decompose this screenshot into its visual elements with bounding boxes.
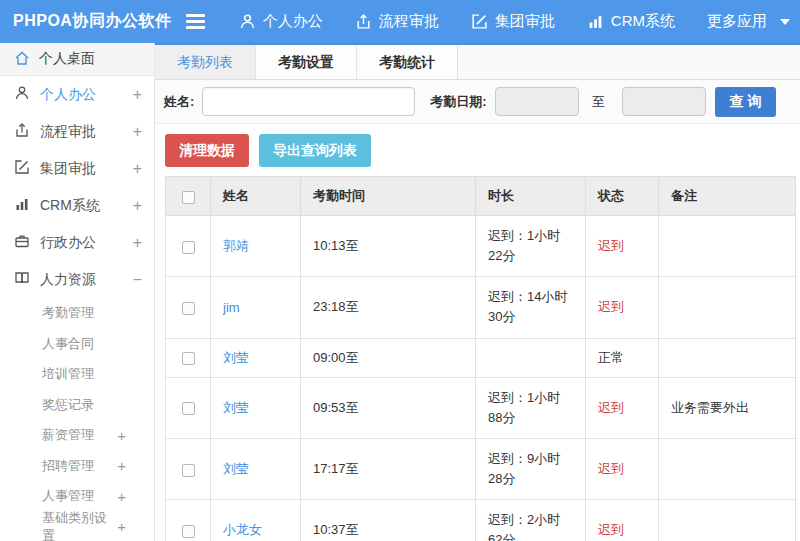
sidebar: 个人桌面 个人办公 + 流程审批 + 集团审批 + CRM系统 + 行政办公 + bbox=[0, 43, 155, 541]
status-badge: 迟到 bbox=[586, 277, 659, 338]
employee-name-link[interactable]: 郭靖 bbox=[223, 238, 249, 253]
expand-icon[interactable]: + bbox=[133, 123, 142, 141]
sidebar-subitem-reward-punishment[interactable]: 奖惩记录 bbox=[0, 390, 154, 421]
employee-name-link[interactable]: 刘莹 bbox=[223, 461, 249, 476]
sidebar-item-workflow-approval[interactable]: 流程审批 + bbox=[0, 113, 154, 150]
row-checkbox[interactable] bbox=[182, 525, 195, 538]
edit-icon bbox=[14, 159, 30, 178]
col-header-note: 备注 bbox=[659, 177, 796, 216]
status-badge: 迟到 bbox=[586, 216, 659, 277]
attendance-table: 姓名 考勤时间 时长 状态 备注 郭靖 10:13至 迟到：1小时22分 迟到 … bbox=[165, 176, 796, 541]
col-header-status: 状态 bbox=[586, 177, 659, 216]
top-navbar: PHPOA协同办公软件 个人办公 流程审批 集团审批 CRM系统 更多应用 bbox=[0, 0, 800, 43]
expand-icon[interactable]: + bbox=[117, 457, 126, 474]
collapse-icon[interactable]: − bbox=[133, 271, 142, 289]
employee-name-link[interactable]: 刘莹 bbox=[223, 400, 249, 415]
table-row: 刘莹 17:17至 迟到：9小时28分 迟到 bbox=[166, 438, 796, 499]
expand-icon[interactable]: + bbox=[133, 197, 142, 215]
edit-icon bbox=[471, 13, 488, 30]
status-badge: 迟到 bbox=[586, 377, 659, 438]
date-from-input[interactable] bbox=[495, 87, 579, 116]
sidebar-item-human-resources[interactable]: 人力资源 − bbox=[0, 261, 154, 298]
status-badge: 迟到 bbox=[586, 500, 659, 541]
nav-crm-system[interactable]: CRM系统 bbox=[587, 12, 675, 31]
table-row: 刘莹 09:00至 正常 bbox=[166, 338, 796, 377]
workflow-icon bbox=[14, 122, 30, 141]
name-label: 姓名: bbox=[164, 93, 194, 111]
user-icon bbox=[14, 85, 30, 104]
date-to-input[interactable] bbox=[622, 87, 706, 116]
tab-attendance-list[interactable]: 考勤列表 bbox=[155, 45, 256, 79]
sidebar-subitem-recruit-mgmt[interactable]: 招聘管理 + bbox=[0, 451, 154, 482]
home-icon bbox=[14, 50, 30, 69]
filter-bar: 姓名: 考勤日期: 至 查 询 bbox=[155, 80, 800, 124]
table-row: 刘莹 09:53至 迟到：1小时88分 迟到 业务需要外出 bbox=[166, 377, 796, 438]
sidebar-item-crm-system[interactable]: CRM系统 + bbox=[0, 187, 154, 224]
status-badge: 迟到 bbox=[586, 438, 659, 499]
status-badge: 正常 bbox=[586, 338, 659, 377]
col-header-time: 考勤时间 bbox=[301, 177, 476, 216]
table-row: 郭靖 10:13至 迟到：1小时22分 迟到 bbox=[166, 216, 796, 277]
col-header-duration: 时长 bbox=[476, 177, 586, 216]
bar-chart-icon bbox=[587, 13, 604, 30]
action-bar: 清理数据 导出查询列表 bbox=[155, 124, 800, 176]
row-checkbox[interactable] bbox=[182, 302, 195, 315]
nav-workflow-approval[interactable]: 流程审批 bbox=[355, 12, 439, 31]
workflow-icon bbox=[355, 13, 372, 30]
sidebar-subitem-hr-contract[interactable]: 人事合同 bbox=[0, 329, 154, 360]
tab-attendance-stats[interactable]: 考勤统计 bbox=[357, 45, 458, 79]
to-label: 至 bbox=[592, 93, 605, 111]
sidebar-subitem-personnel-mgmt[interactable]: 人事管理 + bbox=[0, 481, 154, 512]
menu-toggle-icon[interactable] bbox=[186, 14, 205, 29]
tab-attendance-settings[interactable]: 考勤设置 bbox=[256, 45, 357, 79]
sidebar-subitem-attendance-mgmt[interactable]: 考勤管理 bbox=[0, 298, 154, 329]
tab-bar: 考勤列表 考勤设置 考勤统计 bbox=[155, 45, 800, 80]
expand-icon[interactable]: + bbox=[133, 234, 142, 252]
row-checkbox[interactable] bbox=[182, 402, 195, 415]
employee-name-link[interactable]: 刘莹 bbox=[223, 350, 249, 365]
sidebar-subitem-base-category-settings[interactable]: 基础类别设置 + bbox=[0, 512, 154, 541]
caret-down-icon bbox=[780, 19, 790, 25]
expand-icon[interactable]: + bbox=[117, 427, 126, 444]
row-checkbox[interactable] bbox=[182, 241, 195, 254]
select-all-checkbox[interactable] bbox=[182, 191, 195, 204]
table-row: jim 23:18至 迟到：14小时30分 迟到 bbox=[166, 277, 796, 338]
sidebar-item-admin-office[interactable]: 行政办公 + bbox=[0, 224, 154, 261]
name-input[interactable] bbox=[202, 87, 415, 116]
expand-icon[interactable]: + bbox=[117, 488, 126, 505]
row-checkbox[interactable] bbox=[182, 464, 195, 477]
main-content: 考勤列表 考勤设置 考勤统计 姓名: 考勤日期: 至 查 询 清理数据 导出查询… bbox=[155, 43, 800, 541]
user-icon bbox=[239, 13, 256, 30]
sidebar-item-personal-office[interactable]: 个人办公 + bbox=[0, 76, 154, 113]
nav-personal-office[interactable]: 个人办公 bbox=[239, 12, 323, 31]
sidebar-subitem-salary-mgmt[interactable]: 薪资管理 + bbox=[0, 420, 154, 451]
col-header-name: 姓名 bbox=[211, 177, 301, 216]
export-list-button[interactable]: 导出查询列表 bbox=[259, 134, 371, 167]
expand-icon[interactable]: + bbox=[133, 86, 142, 104]
expand-icon[interactable]: + bbox=[133, 160, 142, 178]
date-label: 考勤日期: bbox=[430, 93, 486, 111]
expand-icon[interactable]: + bbox=[117, 518, 126, 535]
employee-name-link[interactable]: jim bbox=[223, 300, 240, 315]
nav-group-approval[interactable]: 集团审批 bbox=[471, 12, 555, 31]
search-button[interactable]: 查 询 bbox=[715, 87, 776, 117]
briefcase-icon bbox=[14, 233, 30, 252]
table-row: 小龙女 10:37至 迟到：2小时62分 迟到 bbox=[166, 500, 796, 541]
bar-chart-icon bbox=[14, 196, 30, 215]
clear-data-button[interactable]: 清理数据 bbox=[165, 134, 249, 167]
employee-name-link[interactable]: 小龙女 bbox=[223, 522, 262, 537]
book-icon bbox=[14, 270, 30, 289]
sidebar-item-desktop[interactable]: 个人桌面 bbox=[0, 43, 154, 76]
row-checkbox[interactable] bbox=[182, 352, 195, 365]
nav-more-apps[interactable]: 更多应用 bbox=[707, 12, 790, 31]
top-nav: 个人办公 流程审批 集团审批 CRM系统 更多应用 bbox=[239, 12, 800, 31]
table-header-row: 姓名 考勤时间 时长 状态 备注 bbox=[166, 177, 796, 216]
sidebar-item-group-approval[interactable]: 集团审批 + bbox=[0, 150, 154, 187]
app-logo: PHPOA协同办公软件 bbox=[0, 11, 186, 32]
sidebar-subitem-training-mgmt[interactable]: 培训管理 bbox=[0, 359, 154, 390]
